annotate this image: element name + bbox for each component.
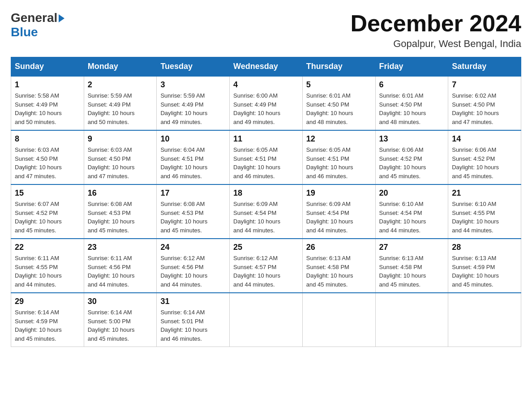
calendar-cell: 28Sunrise: 6:13 AM Sunset: 4:59 PM Dayli… xyxy=(448,239,521,293)
col-tuesday: Tuesday xyxy=(157,57,230,77)
day-number: 16 xyxy=(88,188,153,198)
day-info: Sunrise: 6:08 AM Sunset: 4:53 PM Dayligh… xyxy=(160,200,226,235)
week-row-3: 15Sunrise: 6:07 AM Sunset: 4:52 PM Dayli… xyxy=(11,184,521,239)
day-info: Sunrise: 6:09 AM Sunset: 4:54 PM Dayligh… xyxy=(306,200,372,235)
day-info: Sunrise: 6:11 AM Sunset: 4:55 PM Dayligh… xyxy=(15,254,80,289)
calendar-cell: 12Sunrise: 6:05 AM Sunset: 4:51 PM Dayli… xyxy=(302,130,375,184)
col-sunday: Sunday xyxy=(11,57,84,77)
logo-general: General xyxy=(11,11,57,25)
day-number: 22 xyxy=(15,243,80,252)
day-number: 13 xyxy=(379,134,445,144)
page-header: General Blue December 2024 Gopalpur, Wes… xyxy=(11,11,521,50)
day-info: Sunrise: 6:14 AM Sunset: 5:01 PM Dayligh… xyxy=(160,308,226,343)
day-info: Sunrise: 6:12 AM Sunset: 4:56 PM Dayligh… xyxy=(160,254,226,289)
day-number: 31 xyxy=(160,297,226,306)
logo: General Blue xyxy=(11,11,64,39)
calendar-table: Sunday Monday Tuesday Wednesday Thursday… xyxy=(11,57,521,347)
calendar-cell: 30Sunrise: 6:14 AM Sunset: 5:00 PM Dayli… xyxy=(84,293,157,347)
day-number: 26 xyxy=(306,243,372,252)
day-number: 11 xyxy=(233,134,299,144)
calendar-header-row: Sunday Monday Tuesday Wednesday Thursday… xyxy=(11,57,521,77)
day-number: 28 xyxy=(452,243,517,252)
day-info: Sunrise: 6:06 AM Sunset: 4:52 PM Dayligh… xyxy=(452,146,517,180)
day-info: Sunrise: 6:04 AM Sunset: 4:51 PM Dayligh… xyxy=(160,146,226,180)
day-number: 1 xyxy=(15,80,80,90)
calendar-cell: 16Sunrise: 6:08 AM Sunset: 4:53 PM Dayli… xyxy=(84,184,157,239)
day-number: 27 xyxy=(379,243,445,252)
day-number: 29 xyxy=(15,297,80,306)
day-number: 20 xyxy=(379,188,445,198)
day-info: Sunrise: 6:13 AM Sunset: 4:58 PM Dayligh… xyxy=(306,254,372,289)
calendar-cell: 1Sunrise: 5:58 AM Sunset: 4:49 PM Daylig… xyxy=(11,76,84,130)
week-row-4: 22Sunrise: 6:11 AM Sunset: 4:55 PM Dayli… xyxy=(11,239,521,293)
col-monday: Monday xyxy=(84,57,157,77)
logo-arrow-icon xyxy=(59,14,64,22)
day-number: 15 xyxy=(15,188,80,198)
day-info: Sunrise: 5:58 AM Sunset: 4:49 PM Dayligh… xyxy=(15,91,80,126)
day-info: Sunrise: 6:08 AM Sunset: 4:53 PM Dayligh… xyxy=(88,200,153,235)
calendar-cell: 7Sunrise: 6:02 AM Sunset: 4:50 PM Daylig… xyxy=(448,76,521,130)
calendar-cell: 8Sunrise: 6:03 AM Sunset: 4:50 PM Daylig… xyxy=(11,130,84,184)
calendar-cell: 23Sunrise: 6:11 AM Sunset: 4:56 PM Dayli… xyxy=(84,239,157,293)
day-number: 6 xyxy=(379,80,445,90)
day-number: 19 xyxy=(306,188,372,198)
day-number: 25 xyxy=(233,243,299,252)
calendar-cell xyxy=(375,293,448,347)
day-number: 8 xyxy=(15,134,80,144)
day-info: Sunrise: 6:14 AM Sunset: 4:59 PM Dayligh… xyxy=(15,308,80,343)
day-info: Sunrise: 6:10 AM Sunset: 4:55 PM Dayligh… xyxy=(452,200,517,235)
title-block: December 2024 Gopalpur, West Bengal, Ind… xyxy=(350,11,521,50)
week-row-1: 1Sunrise: 5:58 AM Sunset: 4:49 PM Daylig… xyxy=(11,76,521,130)
calendar-cell: 20Sunrise: 6:10 AM Sunset: 4:54 PM Dayli… xyxy=(375,184,448,239)
location: Gopalpur, West Bengal, India xyxy=(350,38,521,50)
calendar-cell: 27Sunrise: 6:13 AM Sunset: 4:58 PM Dayli… xyxy=(375,239,448,293)
calendar-cell xyxy=(448,293,521,347)
calendar-cell: 22Sunrise: 6:11 AM Sunset: 4:55 PM Dayli… xyxy=(11,239,84,293)
calendar-cell: 15Sunrise: 6:07 AM Sunset: 4:52 PM Dayli… xyxy=(11,184,84,239)
day-info: Sunrise: 6:14 AM Sunset: 5:00 PM Dayligh… xyxy=(88,308,153,343)
calendar-cell: 14Sunrise: 6:06 AM Sunset: 4:52 PM Dayli… xyxy=(448,130,521,184)
col-friday: Friday xyxy=(375,57,448,77)
day-info: Sunrise: 5:59 AM Sunset: 4:49 PM Dayligh… xyxy=(88,91,153,126)
calendar-cell: 18Sunrise: 6:09 AM Sunset: 4:54 PM Dayli… xyxy=(230,184,303,239)
day-info: Sunrise: 6:05 AM Sunset: 4:51 PM Dayligh… xyxy=(233,146,299,180)
day-number: 30 xyxy=(88,297,153,306)
day-number: 9 xyxy=(88,134,153,144)
calendar-cell: 31Sunrise: 6:14 AM Sunset: 5:01 PM Dayli… xyxy=(157,293,230,347)
calendar-cell: 10Sunrise: 6:04 AM Sunset: 4:51 PM Dayli… xyxy=(157,130,230,184)
day-number: 2 xyxy=(88,80,153,90)
calendar-cell: 3Sunrise: 5:59 AM Sunset: 4:49 PM Daylig… xyxy=(157,76,230,130)
calendar-cell: 2Sunrise: 5:59 AM Sunset: 4:49 PM Daylig… xyxy=(84,76,157,130)
day-info: Sunrise: 6:12 AM Sunset: 4:57 PM Dayligh… xyxy=(233,254,299,289)
calendar-cell: 24Sunrise: 6:12 AM Sunset: 4:56 PM Dayli… xyxy=(157,239,230,293)
calendar-cell: 25Sunrise: 6:12 AM Sunset: 4:57 PM Dayli… xyxy=(230,239,303,293)
day-info: Sunrise: 6:01 AM Sunset: 4:50 PM Dayligh… xyxy=(306,91,372,126)
day-info: Sunrise: 6:13 AM Sunset: 4:58 PM Dayligh… xyxy=(379,254,445,289)
day-number: 7 xyxy=(452,80,517,90)
calendar-cell: 5Sunrise: 6:01 AM Sunset: 4:50 PM Daylig… xyxy=(302,76,375,130)
calendar-cell xyxy=(230,293,303,347)
day-number: 14 xyxy=(452,134,517,144)
calendar-cell: 17Sunrise: 6:08 AM Sunset: 4:53 PM Dayli… xyxy=(157,184,230,239)
day-number: 18 xyxy=(233,188,299,198)
day-info: Sunrise: 6:09 AM Sunset: 4:54 PM Dayligh… xyxy=(233,200,299,235)
day-number: 23 xyxy=(88,243,153,252)
day-number: 3 xyxy=(160,80,226,90)
calendar-cell xyxy=(302,293,375,347)
week-row-2: 8Sunrise: 6:03 AM Sunset: 4:50 PM Daylig… xyxy=(11,130,521,184)
day-info: Sunrise: 6:02 AM Sunset: 4:50 PM Dayligh… xyxy=(452,91,517,126)
day-info: Sunrise: 6:00 AM Sunset: 4:49 PM Dayligh… xyxy=(233,91,299,126)
day-info: Sunrise: 6:03 AM Sunset: 4:50 PM Dayligh… xyxy=(15,146,80,180)
calendar-cell: 26Sunrise: 6:13 AM Sunset: 4:58 PM Dayli… xyxy=(302,239,375,293)
day-number: 12 xyxy=(306,134,372,144)
day-number: 17 xyxy=(160,188,226,198)
day-info: Sunrise: 6:10 AM Sunset: 4:54 PM Dayligh… xyxy=(379,200,445,235)
calendar-cell: 6Sunrise: 6:01 AM Sunset: 4:50 PM Daylig… xyxy=(375,76,448,130)
day-info: Sunrise: 6:11 AM Sunset: 4:56 PM Dayligh… xyxy=(88,254,153,289)
calendar-cell: 4Sunrise: 6:00 AM Sunset: 4:49 PM Daylig… xyxy=(230,76,303,130)
col-saturday: Saturday xyxy=(448,57,521,77)
calendar-cell: 9Sunrise: 6:03 AM Sunset: 4:50 PM Daylig… xyxy=(84,130,157,184)
day-info: Sunrise: 6:01 AM Sunset: 4:50 PM Dayligh… xyxy=(379,91,445,126)
week-row-5: 29Sunrise: 6:14 AM Sunset: 4:59 PM Dayli… xyxy=(11,293,521,347)
day-info: Sunrise: 6:13 AM Sunset: 4:59 PM Dayligh… xyxy=(452,254,517,289)
